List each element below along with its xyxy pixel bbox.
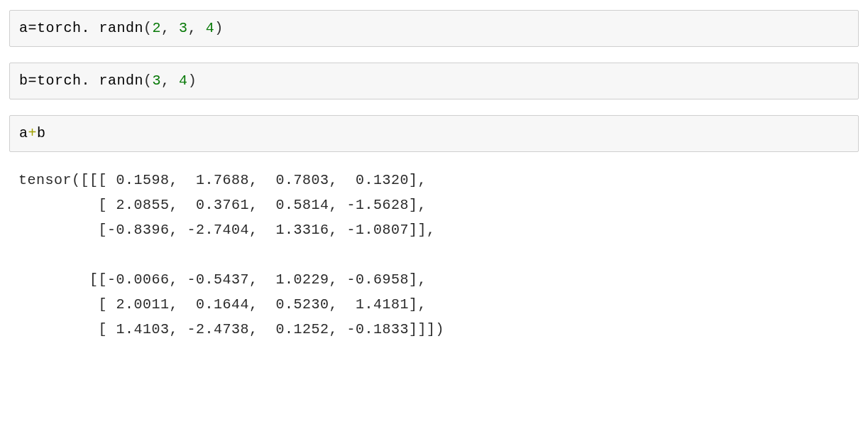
function-call: torch. randn (37, 20, 143, 36)
arg-2: 3 (179, 20, 188, 36)
arg-1: 2 (153, 20, 162, 36)
variable-a: a (19, 20, 28, 36)
arg-3: 4 (206, 20, 215, 36)
comma: , (161, 72, 179, 89)
close-paren: ) (188, 72, 197, 89)
plus-op: + (28, 125, 38, 141)
variable-a: a (19, 125, 28, 141)
code-cell-2[interactable]: b=torch. randn(3, 4) (9, 63, 859, 99)
comma: , (188, 20, 206, 36)
code-cell-3[interactable]: a+b (9, 115, 859, 152)
equals-op: = (28, 20, 38, 36)
arg-1: 3 (153, 72, 162, 89)
arg-2: 4 (179, 72, 188, 89)
function-call: torch. randn (37, 72, 143, 89)
open-paren: ( (143, 72, 153, 89)
output-text: tensor([[[ 0.1598, 1.7688, 0.7803, 0.132… (9, 168, 859, 342)
equals-op: = (28, 72, 38, 89)
open-paren: ( (143, 20, 153, 36)
variable-b: b (37, 125, 46, 141)
comma: , (161, 20, 179, 36)
close-paren: ) (214, 20, 224, 36)
code-cell-1[interactable]: a=torch. randn(2, 3, 4) (9, 10, 859, 47)
variable-b: b (19, 72, 28, 89)
